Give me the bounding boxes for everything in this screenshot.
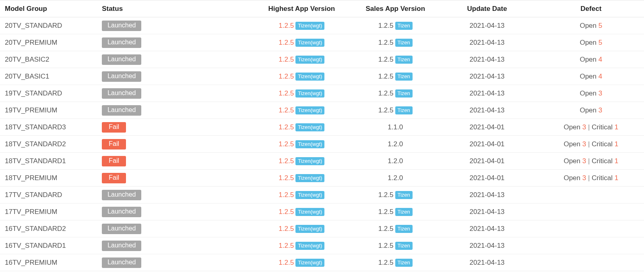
status-badge: Launched — [102, 105, 141, 116]
table-row[interactable]: 19TV_STANDARDLaunched1.2.5Tizen(wgt)1.2.… — [0, 85, 644, 102]
platform-tag: Tizen(wgt) — [295, 225, 324, 233]
status-badge: Fail — [102, 173, 126, 183]
platform-tag: Tizen(wgt) — [295, 208, 324, 216]
cell-model-group: 20TV_STANDARD — [0, 17, 102, 34]
cell-status: Launched — [102, 17, 249, 34]
cell-update-date: 2021-04-13 — [436, 17, 538, 34]
update-date-value: 2021-04-13 — [470, 89, 505, 97]
cell-highest-app-version: 1.2.5Tizen(wgt) — [249, 187, 355, 203]
defect-separator: | — [586, 174, 592, 182]
defect-separator: | — [586, 140, 592, 148]
status-badge: Launched — [102, 71, 141, 82]
table-row[interactable]: 16TV_STANDARD2Launched1.2.5Tizen(wgt)1.2… — [0, 220, 644, 237]
cell-status: Launched — [102, 34, 249, 51]
platform-tag: Tizen — [395, 259, 413, 267]
defect-open-label: Open — [580, 22, 597, 29]
sales-app-version-value: 1.2.5 — [378, 22, 394, 29]
table-row[interactable]: 18TV_PREMIUMFail1.2.5Tizen(wgt)1.2.02021… — [0, 170, 644, 187]
status-badge: Fail — [102, 139, 126, 149]
status-badge: Launched — [102, 241, 141, 251]
cell-model-group: 17TV_PREMIUM — [0, 203, 102, 220]
model-group-value: 16TV_STANDARD2 — [5, 225, 66, 233]
cell-status: Launched — [102, 102, 249, 119]
header-sales-app-version[interactable]: Sales App Version — [355, 0, 436, 17]
sales-app-version-value: 1.2.5 — [378, 242, 394, 249]
table-row[interactable]: 20TV_BASIC2Launched1.2.5Tizen(wgt)1.2.5T… — [0, 51, 644, 68]
platform-tag: Tizen(wgt) — [295, 106, 324, 114]
table-row[interactable]: 18TV_STANDARD1Fail1.2.5Tizen(wgt)1.2.020… — [0, 153, 644, 170]
sales-app-version-value: 1.2.5 — [378, 73, 394, 80]
highest-app-version-value: 1.2.5 — [279, 56, 294, 63]
cell-status: Launched — [102, 187, 249, 203]
sales-app-version-value: 1.2.5 — [378, 89, 394, 97]
model-group-value: 19TV_PREMIUM — [5, 106, 57, 114]
update-date-value: 2021-04-01 — [470, 123, 505, 131]
cell-model-group: 16TV_STANDARD2 — [0, 220, 102, 237]
platform-tag: Tizen(wgt) — [295, 174, 324, 182]
cell-defect: Open 4 — [538, 68, 644, 85]
update-date-value: 2021-04-01 — [470, 174, 505, 182]
highest-app-version-value: 1.2.5 — [279, 174, 294, 182]
cell-update-date: 2021-04-13 — [436, 187, 538, 203]
update-date-value: 2021-04-13 — [470, 242, 505, 249]
sales-app-version-value: 1.2.5 — [378, 106, 394, 114]
cell-update-date: 2021-04-13 — [436, 34, 538, 51]
cell-sales-app-version: 1.1.0 — [355, 119, 436, 136]
header-defect[interactable]: Defect — [538, 0, 644, 17]
update-date-value: 2021-04-01 — [470, 140, 505, 148]
highest-app-version-value: 1.2.5 — [279, 208, 294, 216]
defect-open-count: 3 — [599, 106, 602, 114]
table-row[interactable]: 20TV_STANDARDLaunched1.2.5Tizen(wgt)1.2.… — [0, 17, 644, 34]
defect-critical-label: Critical — [592, 123, 613, 131]
cell-update-date: 2021-04-13 — [436, 203, 538, 220]
cell-update-date: 2021-04-01 — [436, 119, 538, 136]
cell-status: Fail — [102, 153, 249, 170]
platform-tag: Tizen(wgt) — [295, 140, 324, 148]
defect-separator: | — [586, 123, 592, 131]
defect-critical-count: 1 — [615, 157, 618, 165]
table-row[interactable]: 19TV_PREMIUMLaunched1.2.5Tizen(wgt)1.2.5… — [0, 102, 644, 119]
table-row[interactable]: 18TV_STANDARD3Fail1.2.5Tizen(wgt)1.1.020… — [0, 119, 644, 136]
sales-app-version-value: 1.2.5 — [378, 191, 394, 199]
cell-update-date: 2021-04-13 — [436, 237, 538, 254]
defect-open-label: Open — [580, 89, 597, 97]
update-date-value: 2021-04-13 — [470, 191, 505, 199]
cell-update-date: 2021-04-13 — [436, 85, 538, 102]
cell-defect: Open 3 — [538, 85, 644, 102]
table-row[interactable]: 18TV_STANDARD2Fail1.2.5Tizen(wgt)1.2.020… — [0, 136, 644, 153]
header-status[interactable]: Status — [102, 0, 249, 17]
cell-defect: Open 3 | Critical 1 — [538, 119, 644, 136]
header-highest-app-version[interactable]: Highest App Version — [249, 0, 355, 17]
status-badge: Fail — [102, 122, 126, 133]
platform-tag: Tizen(wgt) — [295, 123, 324, 131]
table-row[interactable]: 17TV_STANDARDLaunched1.2.5Tizen(wgt)1.2.… — [0, 187, 644, 203]
table-row[interactable]: 20TV_PREMIUMLaunched1.2.5Tizen(wgt)1.2.5… — [0, 34, 644, 51]
cell-status: Fail — [102, 170, 249, 187]
cell-model-group: 20TV_BASIC1 — [0, 68, 102, 85]
cell-highest-app-version: 1.2.5Tizen(wgt) — [249, 17, 355, 34]
cell-model-group: 16TV_PREMIUM — [0, 254, 102, 271]
table-row[interactable]: 16TV_STANDARD1Launched1.2.5Tizen(wgt)1.2… — [0, 237, 644, 254]
header-model-group[interactable]: Model Group — [0, 0, 102, 17]
defect-open-label: Open — [564, 157, 580, 165]
defect-open-label: Open — [564, 174, 580, 182]
table-row[interactable]: 20TV_BASIC1Launched1.2.5Tizen(wgt)1.2.5T… — [0, 68, 644, 85]
defect-open-count: 3 — [599, 89, 602, 97]
status-badge: Launched — [102, 37, 141, 48]
cell-highest-app-version: 1.2.5Tizen(wgt) — [249, 136, 355, 153]
cell-defect — [538, 187, 644, 203]
cell-highest-app-version: 1.2.5Tizen(wgt) — [249, 170, 355, 187]
status-badge: Launched — [102, 88, 141, 99]
cell-sales-app-version: 1.2.5Tizen — [355, 85, 436, 102]
defect-open-count: 5 — [599, 39, 602, 46]
platform-tag: Tizen — [395, 242, 413, 250]
table-row[interactable]: 17TV_PREMIUMLaunched1.2.5Tizen(wgt)1.2.5… — [0, 203, 644, 220]
model-group-value: 17TV_PREMIUM — [5, 208, 57, 216]
highest-app-version-value: 1.2.5 — [279, 242, 294, 249]
cell-sales-app-version: 1.2.5Tizen — [355, 34, 436, 51]
cell-highest-app-version: 1.2.5Tizen(wgt) — [249, 34, 355, 51]
defect-open-label: Open — [580, 39, 597, 46]
header-update-date[interactable]: Update Date — [436, 0, 538, 17]
cell-defect: Open 3 | Critical 1 — [538, 136, 644, 153]
table-row[interactable]: 16TV_PREMIUMLaunched1.2.5Tizen(wgt)1.2.5… — [0, 254, 644, 271]
